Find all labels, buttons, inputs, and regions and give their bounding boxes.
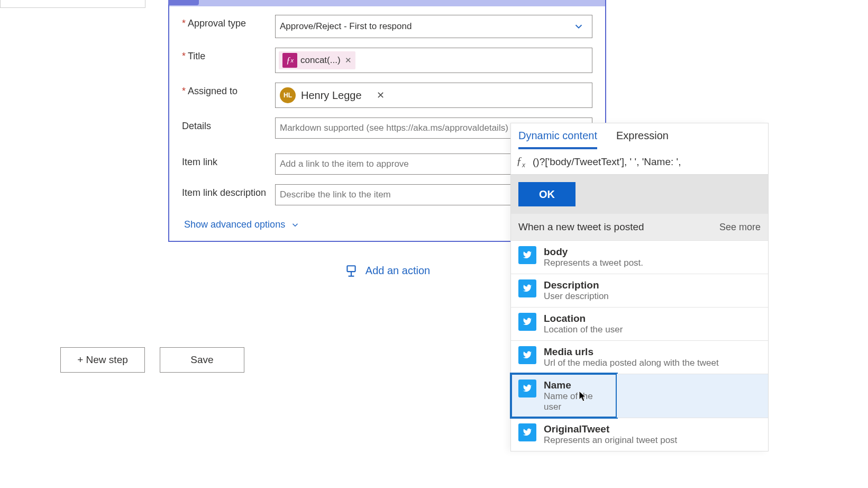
label-approval-type: Approval type bbox=[182, 15, 275, 29]
fx-icon: ƒx bbox=[516, 154, 525, 169]
twitter-icon bbox=[518, 313, 536, 331]
person-chip[interactable]: HL Henry Legge ✕ bbox=[280, 87, 385, 103]
twitter-icon bbox=[518, 379, 536, 397]
bottom-bar: + New step Save bbox=[60, 347, 244, 373]
twitter-icon bbox=[518, 279, 536, 297]
dynamic-content-list: bodyRepresents a tweet post. Description… bbox=[511, 240, 768, 451]
chevron-down-icon bbox=[573, 21, 584, 32]
dc-desc: Represents an original tweet post bbox=[544, 435, 677, 446]
expression-token-text: concat(...) bbox=[300, 55, 341, 66]
dynamic-content-flyout: Dynamic content Expression ƒx ()?['body/… bbox=[510, 123, 769, 451]
dc-title: Location bbox=[544, 313, 623, 324]
dc-item-location[interactable]: LocationLocation of the user bbox=[511, 307, 768, 340]
dc-desc: Location of the user bbox=[544, 324, 623, 335]
fx-icon: ƒx bbox=[282, 53, 297, 68]
dc-item-media-urls[interactable]: Media urlsUrl of the media posted along … bbox=[511, 340, 768, 374]
remove-token-icon[interactable]: ✕ bbox=[345, 56, 352, 65]
title-input[interactable]: ƒx concat(...) ✕ bbox=[275, 48, 592, 73]
dc-item-name-extend[interactable] bbox=[617, 374, 768, 418]
add-action-label: Add an action bbox=[366, 265, 430, 277]
label-assigned-to: Assigned to bbox=[182, 83, 275, 97]
dc-desc: User description bbox=[544, 291, 609, 302]
side-panel bbox=[0, 0, 145, 8]
expression-text: ()?['body/TweetText'], ' ', 'Name: ', bbox=[533, 156, 681, 168]
dc-title: OriginalTweet bbox=[544, 423, 677, 435]
avatar: HL bbox=[280, 87, 296, 103]
tab-expression[interactable]: Expression bbox=[616, 130, 669, 149]
approval-type-value: Approve/Reject - First to respond bbox=[280, 21, 412, 32]
dc-desc: Name of the user bbox=[544, 391, 609, 412]
section-header: When a new tweet is posted See more bbox=[511, 214, 768, 240]
section-title: When a new tweet is posted bbox=[518, 221, 644, 233]
dc-desc: Url of the media posted along with the t… bbox=[544, 358, 719, 368]
remove-person-icon[interactable]: ✕ bbox=[377, 89, 385, 101]
dc-title: body bbox=[544, 246, 643, 258]
label-item-link: Item link bbox=[182, 153, 275, 168]
tab-dynamic-content[interactable]: Dynamic content bbox=[518, 130, 597, 149]
new-step-button[interactable]: + New step bbox=[60, 347, 145, 373]
item-link-desc-placeholder: Describe the link to the item bbox=[280, 189, 391, 200]
expression-input[interactable]: ƒx ()?['body/TweetText'], ' ', 'Name: ', bbox=[511, 149, 768, 175]
see-more-link[interactable]: See more bbox=[719, 222, 761, 233]
svg-rect-0 bbox=[347, 266, 355, 272]
dc-title: Media urls bbox=[544, 346, 719, 358]
dc-item-original-tweet[interactable]: OriginalTweetRepresents an original twee… bbox=[511, 418, 768, 451]
label-details: Details bbox=[182, 118, 275, 132]
twitter-icon bbox=[518, 423, 536, 441]
chevron-down-icon bbox=[290, 220, 300, 230]
add-action-icon bbox=[344, 264, 358, 278]
advanced-label: Show advanced options bbox=[184, 219, 285, 230]
label-title: Title bbox=[182, 48, 275, 62]
label-item-link-desc: Item link description bbox=[182, 184, 275, 198]
approval-icon bbox=[168, 0, 199, 5]
details-placeholder: Markdown supported (see https://aka.ms/a… bbox=[280, 123, 508, 133]
dc-item-name[interactable]: NameName of the user bbox=[511, 374, 617, 418]
assigned-to-input[interactable]: HL Henry Legge ✕ bbox=[275, 83, 592, 108]
dc-item-body[interactable]: bodyRepresents a tweet post. bbox=[511, 240, 768, 274]
card-header[interactable] bbox=[169, 0, 605, 6]
item-link-placeholder: Add a link to the item to approve bbox=[280, 159, 409, 169]
person-name: Henry Legge bbox=[301, 89, 362, 102]
save-button[interactable]: Save bbox=[160, 347, 244, 373]
dc-title: Description bbox=[544, 279, 609, 291]
dc-item-description[interactable]: DescriptionUser description bbox=[511, 274, 768, 307]
twitter-icon bbox=[518, 246, 536, 264]
ok-button[interactable]: OK bbox=[518, 182, 575, 206]
dc-desc: Represents a tweet post. bbox=[544, 258, 643, 268]
approval-type-select[interactable]: Approve/Reject - First to respond bbox=[275, 15, 592, 38]
twitter-icon bbox=[518, 346, 536, 364]
expression-token[interactable]: ƒx concat(...) ✕ bbox=[279, 51, 355, 69]
dc-title: Name bbox=[544, 379, 609, 391]
